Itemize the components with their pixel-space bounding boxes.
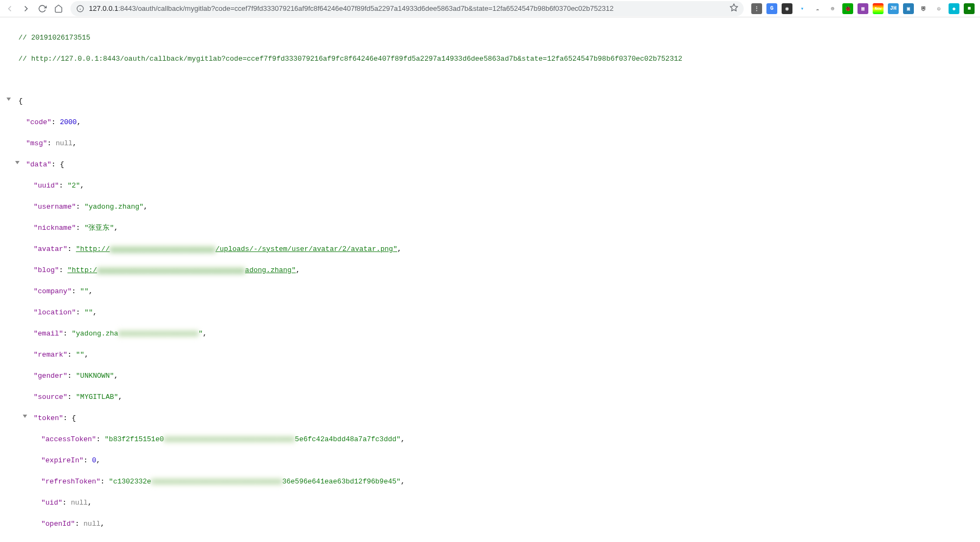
ext-icon-5[interactable]: ☁ bbox=[812, 3, 823, 14]
field-email: "email": "yadong.zhaxxxxxxxxxxxxxxxxxxx"… bbox=[3, 328, 980, 339]
browser-toolbar: 127.0.0.1:8443/oauth/callback/mygitlab?c… bbox=[0, 0, 980, 17]
ext-icon-12[interactable]: ◎ bbox=[933, 3, 944, 14]
field-accessCode: "accessCode": null, bbox=[3, 540, 980, 543]
back-button[interactable] bbox=[2, 1, 17, 16]
toggle-icon[interactable] bbox=[15, 161, 20, 164]
ext-icon-6[interactable]: ⊕ bbox=[827, 3, 838, 14]
url-text: 127.0.0.1:8443/oauth/callback/mygitlab?c… bbox=[89, 4, 725, 12]
field-token: "token": { bbox=[3, 413, 980, 424]
toggle-icon[interactable] bbox=[7, 98, 11, 101]
ext-icon-1[interactable]: ⋮ bbox=[751, 3, 762, 14]
bookmark-star-icon[interactable] bbox=[730, 3, 738, 14]
field-nickname: "nickname": "张亚东", bbox=[3, 223, 980, 234]
field-gender: "gender": "UNKNOWN", bbox=[3, 371, 980, 382]
field-company: "company": "", bbox=[3, 286, 980, 297]
ext-icon-8[interactable]: ▦ bbox=[858, 3, 868, 14]
field-username: "username": "yadong.zhang", bbox=[3, 202, 980, 212]
ext-icon-7[interactable]: 🐞 bbox=[842, 3, 853, 14]
blank-line bbox=[3, 75, 980, 86]
home-button[interactable] bbox=[51, 1, 66, 16]
ext-icon-4[interactable]: ▾ bbox=[797, 3, 808, 14]
ext-icon-jh[interactable]: JH bbox=[888, 3, 899, 14]
field-location: "location": "", bbox=[3, 307, 980, 318]
field-blog: "blog": "http:/xxxxxxxxxxxxxxxxxxxxxxxxx… bbox=[3, 265, 980, 276]
forward-button[interactable] bbox=[18, 1, 34, 16]
extensions-area: ⋮ G ◉ ▾ ☁ ⊕ 🐞 ▦ New JH ▣ ⛨ ◎ ◆ ■ bbox=[748, 3, 978, 14]
field-remark: "remark": "", bbox=[3, 350, 980, 360]
field-uuid: "uuid": "2", bbox=[3, 180, 980, 191]
field-avatar: "avatar": "http://xxxxxxxxxxxxxxxxxxxxxx… bbox=[3, 244, 980, 255]
field-code: "code": 2000, bbox=[3, 117, 980, 128]
field-source: "source": "MYGITLAB", bbox=[3, 392, 980, 403]
comment-timestamp: // 20191026173515 bbox=[3, 33, 980, 43]
toggle-icon[interactable] bbox=[23, 415, 27, 418]
svg-marker-3 bbox=[730, 4, 737, 11]
ext-icon-translate[interactable]: G bbox=[766, 3, 777, 14]
address-bar[interactable]: 127.0.0.1:8443/oauth/callback/mygitlab?c… bbox=[70, 1, 744, 16]
ext-icon-14[interactable]: ■ bbox=[964, 3, 975, 14]
field-openId: "openId": null, bbox=[3, 519, 980, 530]
field-msg: "msg": null, bbox=[3, 138, 980, 149]
field-refreshToken: "refreshToken": "c1302332exxxxxxxxxxxxxx… bbox=[3, 476, 980, 487]
ext-icon-13[interactable]: ◆ bbox=[949, 3, 959, 14]
comment-url: // http://127.0.0.1:8443/oauth/callback/… bbox=[3, 54, 980, 64]
field-uid: "uid": null, bbox=[3, 498, 980, 508]
site-info-icon[interactable] bbox=[76, 4, 85, 13]
field-expireIn: "expireIn": 0, bbox=[3, 455, 980, 466]
field-accessToken: "accessToken": "b83f2f15151e0xxxxxxxxxxx… bbox=[3, 434, 980, 445]
field-data: "data": { bbox=[3, 159, 980, 170]
ext-icon-ublock[interactable]: ⛨ bbox=[918, 3, 929, 14]
reload-button[interactable] bbox=[35, 1, 50, 16]
ext-icon-10[interactable]: ▣ bbox=[903, 3, 914, 14]
ext-icon-new[interactable]: New bbox=[873, 3, 884, 14]
json-open: { bbox=[3, 96, 980, 107]
json-content: // 20191026173515 // http://127.0.0.1:84… bbox=[0, 17, 980, 542]
ext-icon-3[interactable]: ◉ bbox=[782, 3, 792, 14]
